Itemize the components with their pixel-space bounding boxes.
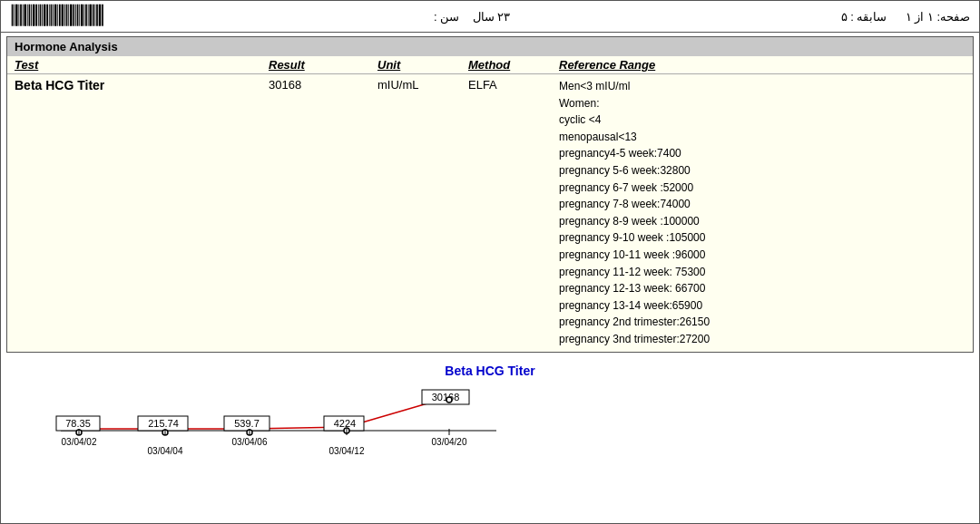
- header-page-info: صفحه: ۱ از ۱ سابقه : ۵: [841, 10, 970, 24]
- svg-rect-8: [29, 5, 31, 26]
- chart-container: 78.35 03/04/02 215.74 03/04/04 539.7 03/…: [6, 383, 974, 465]
- svg-rect-13: [40, 5, 42, 26]
- chart-date-5: 03/04/20: [432, 437, 467, 447]
- method-value: ELFA: [468, 78, 559, 92]
- svg-rect-28: [73, 5, 74, 26]
- ref-line-1: Men<3 mIU/ml: [559, 80, 630, 92]
- chart-date-2: 03/04/04: [148, 446, 183, 456]
- svg-rect-11: [35, 5, 37, 26]
- svg-rect-14: [42, 5, 43, 26]
- barcode-icon: [10, 3, 103, 30]
- chart-label-2: 215.74: [148, 418, 179, 429]
- svg-rect-23: [62, 5, 64, 26]
- chart-label-1: 78.35: [65, 418, 91, 429]
- svg-rect-15: [44, 5, 46, 26]
- svg-rect-19: [53, 5, 54, 26]
- ref-line-3: cyclic <4: [559, 113, 601, 126]
- unit-value: mIU/mL: [377, 78, 468, 92]
- svg-rect-34: [85, 5, 87, 26]
- result-value: 30168: [269, 78, 377, 92]
- ref-line-7: pregnancy 6-7 week :52000: [559, 181, 693, 194]
- svg-rect-21: [57, 5, 58, 26]
- svg-rect-16: [46, 5, 48, 26]
- ref-line-12: pregnancy 11-12 week: 75300: [559, 266, 705, 278]
- ref-line-6: pregnancy 5-6 week:32800: [559, 164, 691, 177]
- header-age-info: ۲۳ سال سن :: [434, 10, 510, 24]
- chart-section: Beta HCG Titer 78.35: [6, 360, 974, 469]
- svg-rect-10: [33, 5, 35, 26]
- page-header: صفحه: ۱ از ۱ سابقه : ۵ ۲۳ سال سن :: [1, 1, 979, 33]
- svg-rect-29: [75, 5, 76, 26]
- svg-rect-4: [20, 5, 22, 26]
- svg-rect-25: [66, 5, 68, 26]
- ref-line-10: pregnancy 9-10 week :105000: [559, 231, 705, 244]
- svg-rect-17: [49, 5, 50, 26]
- svg-rect-12: [38, 5, 39, 26]
- table-header: Test Result Unit Method Reference Range: [7, 56, 973, 74]
- svg-rect-35: [88, 5, 89, 26]
- ref-line-16: pregnancy 3nd trimester:27200: [559, 333, 710, 345]
- col-header-method: Method: [468, 58, 559, 72]
- svg-rect-39: [96, 5, 98, 26]
- svg-rect-30: [77, 5, 79, 26]
- svg-rect-2: [15, 5, 18, 26]
- chart-title: Beta HCG Titer: [6, 364, 974, 378]
- test-name: Beta HCG Titer: [15, 78, 269, 92]
- ref-line-9: pregnancy 8-9 week :100000: [559, 215, 700, 228]
- page-number: صفحه: ۱ از ۱: [906, 10, 971, 24]
- svg-rect-31: [79, 5, 80, 26]
- hormone-analysis-section: Hormone Analysis Test Result Unit Method…: [6, 36, 974, 353]
- svg-rect-0: [12, 5, 14, 26]
- svg-rect-32: [81, 5, 83, 26]
- chart-date-1: 03/04/02: [62, 437, 97, 447]
- svg-rect-5: [23, 5, 24, 26]
- ref-line-2: Women:: [559, 97, 599, 110]
- chart-date-3: 03/04/06: [232, 437, 268, 447]
- col-header-result: Result: [269, 58, 377, 72]
- svg-rect-24: [64, 5, 65, 26]
- svg-rect-36: [89, 5, 92, 26]
- svg-rect-22: [59, 5, 61, 26]
- section-title: Hormone Analysis: [7, 37, 973, 56]
- page-wrapper: صفحه: ۱ از ۱ سابقه : ۵ ۲۳ سال سن :: [0, 0, 980, 524]
- ref-line-15: pregnancy 2nd trimester:26150: [559, 315, 710, 328]
- svg-rect-40: [99, 5, 102, 26]
- svg-rect-27: [70, 5, 73, 26]
- ref-line-11: pregnancy 10-11 week :96000: [559, 248, 705, 261]
- svg-point-56: [446, 397, 452, 403]
- ref-line-13: pregnancy 12-13 week: 66700: [559, 282, 705, 295]
- svg-rect-26: [68, 5, 69, 26]
- prev-count: سابقه : ۵: [841, 10, 887, 24]
- table-row: Beta HCG Titer 30168 mIU/mL ELFA Men<3 m…: [7, 74, 973, 352]
- svg-rect-20: [54, 5, 57, 26]
- ref-line-4: menopausal<13: [559, 131, 637, 143]
- trend-chart: 78.35 03/04/02 215.74 03/04/04 539.7 03/…: [24, 383, 533, 465]
- chart-label-5: 30168: [432, 392, 460, 403]
- col-header-unit: Unit: [377, 58, 468, 72]
- ref-line-14: pregnancy 13-14 week:65900: [559, 299, 702, 312]
- age-info: ۲۳ سال سن :: [434, 10, 510, 24]
- col-header-reference: Reference Range: [559, 58, 965, 72]
- barcode-area: [10, 3, 103, 30]
- svg-rect-9: [31, 5, 32, 26]
- svg-rect-41: [102, 5, 103, 26]
- svg-rect-6: [24, 5, 26, 26]
- svg-rect-7: [27, 5, 28, 26]
- ref-line-8: pregnancy 7-8 week:74000: [559, 198, 691, 210]
- col-header-test: Test: [15, 58, 269, 72]
- reference-range: Men<3 mIU/ml Women: cyclic <4 menopausal…: [559, 78, 965, 348]
- svg-rect-37: [93, 5, 94, 26]
- svg-rect-1: [14, 5, 15, 26]
- main-content: Hormone Analysis Test Result Unit Method…: [1, 33, 979, 523]
- svg-rect-3: [18, 5, 19, 26]
- ref-line-5: pregnancy4-5 week:7400: [559, 147, 681, 160]
- chart-date-4: 03/04/12: [329, 446, 365, 456]
- chart-label-4: 4224: [334, 418, 356, 429]
- svg-rect-38: [94, 5, 95, 26]
- svg-rect-33: [83, 5, 84, 26]
- chart-label-3: 539.7: [234, 418, 260, 429]
- svg-rect-18: [51, 5, 53, 26]
